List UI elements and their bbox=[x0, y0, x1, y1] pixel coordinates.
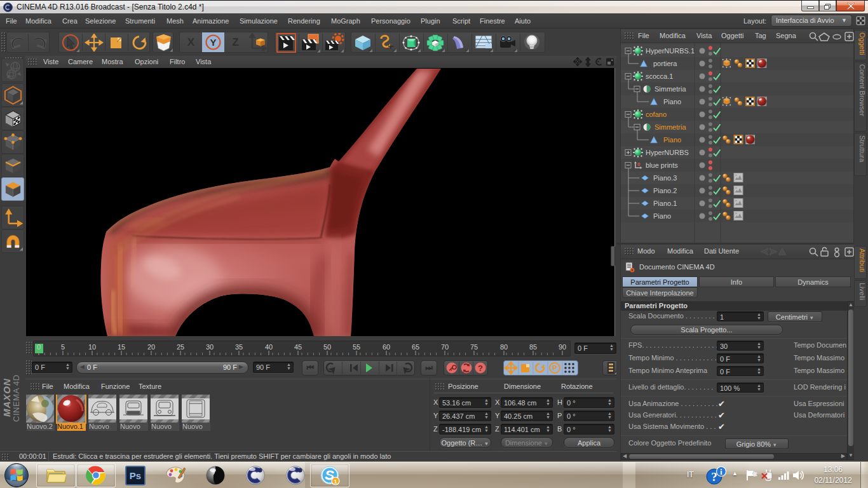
svg-text:15: 15 bbox=[118, 343, 125, 351]
svg-text:HyperNURBS: HyperNURBS bbox=[646, 149, 689, 156]
svg-text:70: 70 bbox=[441, 343, 449, 351]
svg-text:45: 45 bbox=[294, 343, 302, 351]
svg-text:55: 55 bbox=[353, 343, 360, 351]
svg-text:Piano: Piano bbox=[653, 212, 671, 220]
svg-text:80: 80 bbox=[500, 343, 508, 351]
svg-text:10: 10 bbox=[88, 343, 96, 351]
svg-text:portiera: portiera bbox=[653, 60, 677, 67]
svg-text:65: 65 bbox=[412, 343, 419, 351]
svg-text:cofano: cofano bbox=[646, 111, 667, 118]
svg-text:5: 5 bbox=[61, 343, 65, 351]
svg-text:Y: Y bbox=[210, 37, 216, 48]
svg-text:Piano.2: Piano.2 bbox=[653, 187, 677, 194]
svg-text:30: 30 bbox=[206, 343, 214, 351]
svg-text:P: P bbox=[552, 364, 557, 372]
svg-text:60: 60 bbox=[383, 343, 390, 351]
svg-text:Piano: Piano bbox=[663, 98, 681, 105]
svg-text:1: 1 bbox=[334, 478, 337, 485]
svg-text:75: 75 bbox=[470, 343, 478, 351]
svg-text:0: 0 bbox=[37, 343, 41, 351]
svg-text:blue prints: blue prints bbox=[646, 161, 678, 169]
svg-text:?: ? bbox=[478, 363, 483, 373]
svg-text:20: 20 bbox=[147, 343, 155, 351]
svg-text:scocca.1: scocca.1 bbox=[646, 72, 673, 80]
svg-text:85: 85 bbox=[529, 343, 537, 351]
svg-text:Piano.1: Piano.1 bbox=[653, 200, 677, 207]
svg-text:Piano: Piano bbox=[663, 136, 681, 144]
svg-text:25: 25 bbox=[177, 343, 184, 351]
svg-text:Piano.3: Piano.3 bbox=[653, 174, 677, 182]
svg-text:Simmetria: Simmetria bbox=[654, 85, 686, 93]
svg-text:90: 90 bbox=[559, 343, 566, 351]
svg-text:Simmetria: Simmetria bbox=[654, 123, 686, 131]
svg-text:50: 50 bbox=[323, 343, 331, 351]
svg-text:HyperNURBS.1: HyperNURBS.1 bbox=[646, 47, 695, 55]
svg-text:35: 35 bbox=[235, 343, 243, 351]
svg-text:40: 40 bbox=[265, 343, 273, 351]
